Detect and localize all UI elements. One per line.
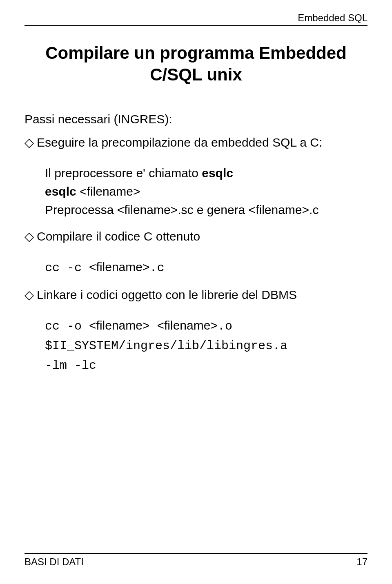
list-item: ◇ Compilare il codice C ottenuto: [24, 227, 368, 245]
code-span: cc -o: [45, 319, 89, 333]
list-item-text: Linkare i codici oggetto con le librerie…: [37, 285, 368, 304]
preprocess-line1: Il preprocessore e' chiamato esqlc: [45, 164, 368, 182]
list-item-text: Compilare il codice C ottenuto: [37, 227, 368, 245]
code-span: cc -c: [45, 261, 89, 275]
header-right: Embedded SQL: [24, 12, 368, 24]
block-link: cc -o <filename> <filename>.o $II_SYSTEM…: [45, 316, 368, 375]
footer: BASI DI DATI 17: [24, 553, 368, 568]
page-title: Compilare un programma Embedded C/SQL un…: [24, 42, 368, 85]
list-item-text: Eseguire la precompilazione da embedded …: [37, 133, 368, 152]
footer-row: BASI DI DATI 17: [24, 556, 368, 568]
footer-page-number: 17: [356, 556, 368, 568]
link-code-line1: cc -o <filename> <filename>.o: [45, 316, 368, 336]
code-span: .o: [218, 319, 232, 333]
body: Passi necessari (INGRES): ◇ Eseguire la …: [24, 110, 368, 375]
text-span: <filename>: [80, 185, 140, 198]
text-span: Il preprocessore e' chiamato: [45, 166, 202, 180]
code-span: $II_SYSTEM/ingres/lib/libingres.a: [45, 339, 287, 353]
bold-span: esqlc: [202, 166, 233, 180]
bold-span: esqlc: [45, 185, 80, 198]
section-intro: Passi necessari (INGRES):: [24, 110, 368, 128]
title-line2: C/SQL unix: [150, 65, 242, 84]
footer-rule: [24, 553, 368, 554]
text-span: <filename>: [89, 260, 149, 274]
code-span: .c: [149, 261, 164, 275]
block-preprocess: Il preprocessore e' chiamato esqlc esqlc…: [45, 164, 368, 219]
text-span: <filename>: [157, 319, 217, 332]
list-item: ◇ Eseguire la precompilazione da embedde…: [24, 133, 368, 152]
page: Embedded SQL Compilare un programma Embe…: [0, 0, 392, 584]
code-span: [149, 319, 157, 333]
title-line1: Compilare un programma Embedded: [45, 43, 346, 62]
footer-left: BASI DI DATI: [24, 556, 84, 568]
link-code-line2: $II_SYSTEM/ingres/lib/libingres.a: [45, 336, 368, 355]
diamond-icon: ◇: [24, 133, 37, 152]
preprocess-line2: esqlc <filename>: [45, 182, 368, 201]
diamond-icon: ◇: [24, 285, 37, 304]
block-compile: cc -c <filename>.c: [45, 258, 368, 277]
header-rule: [24, 25, 368, 26]
code-span: -lm -lc: [45, 359, 96, 372]
list-item: ◇ Linkare i codici oggetto con le librer…: [24, 285, 368, 304]
text-span: <filename>: [89, 319, 149, 332]
link-code-line3: -lm -lc: [45, 355, 368, 375]
compile-code-line: cc -c <filename>.c: [45, 258, 368, 277]
diamond-icon: ◇: [24, 227, 37, 245]
preprocess-line3: Preprocessa <filename>.sc e genera <file…: [45, 201, 368, 219]
